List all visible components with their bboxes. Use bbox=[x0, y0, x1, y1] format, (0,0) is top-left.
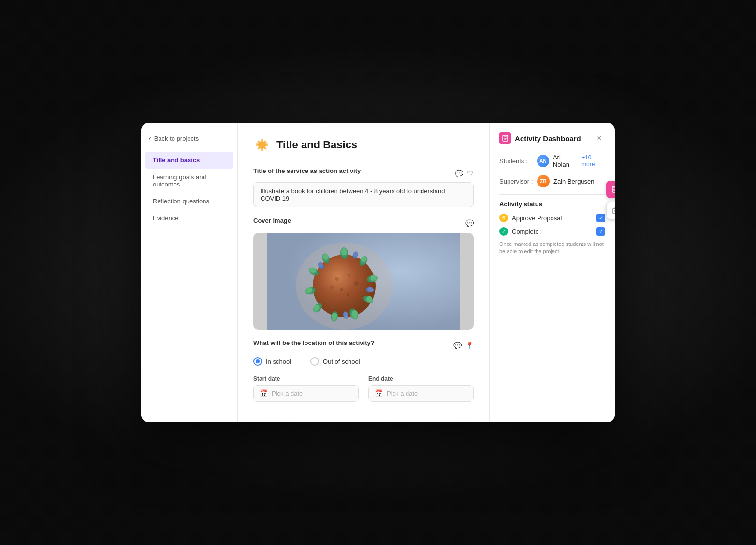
out-school-radio[interactable] bbox=[310, 357, 319, 366]
svg-point-12 bbox=[335, 277, 339, 281]
svg-point-35 bbox=[307, 287, 312, 293]
svg-point-17 bbox=[347, 293, 349, 296]
supervisor-name: Zain Bergusen bbox=[553, 178, 595, 185]
sidebar-item-evidence[interactable]: Evidence bbox=[145, 210, 233, 227]
complete-label: Complete bbox=[512, 228, 539, 235]
start-date-input[interactable]: 📅 Pick a date bbox=[253, 385, 359, 402]
in-school-radio[interactable] bbox=[253, 357, 262, 366]
svg-point-6 bbox=[264, 147, 267, 150]
svg-point-28 bbox=[341, 249, 347, 255]
panel-divider bbox=[499, 194, 605, 195]
location-comment-icon[interactable]: 💬 bbox=[453, 342, 462, 349]
panel-header: Activity Dashboard × bbox=[499, 132, 605, 144]
start-cal-icon: 📅 bbox=[260, 389, 268, 397]
svg-point-1 bbox=[261, 139, 263, 142]
svg-point-29 bbox=[361, 257, 366, 262]
sidebar-item-title-basics[interactable]: Title and basics bbox=[145, 152, 233, 169]
approve-proposal-left: ⚙ Approve Proposal bbox=[499, 214, 562, 222]
complete-item: ✓ Complete ✓ bbox=[499, 227, 605, 236]
cover-image-container[interactable] bbox=[253, 233, 474, 330]
back-label: Back to projects bbox=[154, 135, 199, 142]
approve-icon: ⚙ bbox=[499, 214, 508, 222]
svg-point-31 bbox=[367, 296, 372, 301]
svg-point-45 bbox=[319, 262, 323, 267]
location-label: What will be the location of this activi… bbox=[253, 339, 375, 346]
main-content: Title and Basics Title of the service as… bbox=[238, 123, 489, 422]
approve-label: Approve Proposal bbox=[512, 215, 562, 222]
supervisor-avatar: ZB bbox=[537, 175, 550, 187]
panel-icon-box bbox=[499, 132, 511, 144]
outer-background: ‹ Back to projects Title and basics Lear… bbox=[0, 0, 756, 545]
panel-title: Activity Dashboard bbox=[515, 134, 581, 143]
cover-image-label-row: Cover image 💬 bbox=[253, 217, 474, 229]
cover-image-svg bbox=[253, 233, 474, 330]
svg-point-34 bbox=[314, 305, 320, 310]
svg-point-7 bbox=[264, 141, 267, 143]
svg-point-30 bbox=[371, 275, 376, 281]
svg-point-15 bbox=[340, 288, 344, 292]
sidebar: ‹ Back to projects Title and basics Lear… bbox=[141, 123, 238, 422]
activity-status-title: Activity status bbox=[499, 201, 605, 208]
page-header: Title and Basics bbox=[253, 136, 474, 154]
svg-point-8 bbox=[258, 147, 260, 150]
complete-icon: ✓ bbox=[499, 227, 508, 236]
page-icon bbox=[253, 136, 271, 154]
back-to-projects[interactable]: ‹ Back to projects bbox=[141, 134, 237, 152]
approve-proposal-item: ⚙ Approve Proposal ✓ bbox=[499, 214, 605, 222]
supervisor-label: Supervisor : bbox=[499, 178, 533, 185]
title-field-icons: 💬 🛡 bbox=[455, 170, 474, 177]
document-icon bbox=[611, 186, 615, 193]
end-date-label: End date bbox=[368, 375, 474, 382]
page-title: Title and Basics bbox=[276, 139, 357, 151]
student-more[interactable]: +10 more bbox=[582, 154, 605, 168]
in-school-option[interactable]: In school bbox=[253, 357, 291, 366]
close-button[interactable]: × bbox=[594, 132, 605, 144]
title-field-row: Title of the service as action activity … bbox=[253, 167, 474, 179]
cover-image-icon[interactable]: 💬 bbox=[465, 219, 474, 227]
svg-point-33 bbox=[332, 313, 337, 318]
svg-point-5 bbox=[258, 141, 260, 143]
fab-clipboard-btn[interactable] bbox=[606, 202, 615, 219]
location-icons: 💬 📍 bbox=[453, 342, 474, 349]
title-input[interactable]: Illustrate a book for children between 4… bbox=[253, 182, 474, 207]
info-icon[interactable]: 🛡 bbox=[467, 170, 474, 177]
sidebar-item-reflection[interactable]: Reflection questions bbox=[145, 193, 233, 210]
students-row: Students : AN Ari Nolan +10 more bbox=[499, 154, 605, 168]
approve-checkbox[interactable]: ✓ bbox=[596, 214, 605, 222]
svg-point-2 bbox=[261, 148, 263, 151]
clipboard-icon bbox=[611, 207, 615, 215]
svg-rect-51 bbox=[614, 208, 615, 209]
svg-point-36 bbox=[311, 268, 316, 273]
svg-point-13 bbox=[348, 274, 350, 277]
svg-point-44 bbox=[344, 312, 348, 316]
svg-point-3 bbox=[256, 143, 259, 146]
nav-items: Title and basics Learning goals and outc… bbox=[141, 152, 237, 227]
radio-group: In school Out of school bbox=[253, 357, 474, 366]
out-of-school-option[interactable]: Out of school bbox=[310, 357, 360, 366]
panel-doc-icon bbox=[502, 135, 509, 142]
complete-left: ✓ Complete bbox=[499, 227, 539, 236]
supervisor-row: Supervisor : ZB Zain Bergusen bbox=[499, 175, 605, 187]
start-date-label: Start date bbox=[253, 375, 359, 382]
svg-point-32 bbox=[352, 310, 358, 316]
app-window: ‹ Back to projects Title and basics Lear… bbox=[141, 123, 615, 422]
svg-point-16 bbox=[330, 285, 334, 289]
students-label: Students : bbox=[499, 158, 533, 165]
sidebar-item-learning-goals[interactable]: Learning goals and outcomes bbox=[145, 169, 233, 193]
svg-point-42 bbox=[353, 252, 358, 257]
title-field-label: Title of the service as action activity bbox=[253, 167, 361, 174]
end-date-field: End date 📅 Pick a date bbox=[368, 375, 474, 402]
back-arrow-icon: ‹ bbox=[149, 134, 151, 142]
complete-checkbox[interactable]: ✓ bbox=[596, 227, 605, 236]
end-date-input[interactable]: 📅 Pick a date bbox=[368, 385, 474, 402]
start-date-field: Start date 📅 Pick a date bbox=[253, 375, 359, 402]
svg-point-43 bbox=[368, 287, 373, 291]
location-pin-icon[interactable]: 📍 bbox=[465, 342, 474, 349]
comment-icon[interactable]: 💬 bbox=[455, 170, 463, 177]
title-icon-svg bbox=[253, 136, 271, 154]
end-cal-icon: 📅 bbox=[375, 389, 383, 397]
date-row: Start date 📅 Pick a date End date 📅 Pick… bbox=[253, 375, 474, 402]
status-note: Once marked as completed students will n… bbox=[499, 241, 605, 256]
location-section: What will be the location of this activi… bbox=[253, 339, 474, 366]
fab-document-btn[interactable] bbox=[606, 181, 615, 198]
